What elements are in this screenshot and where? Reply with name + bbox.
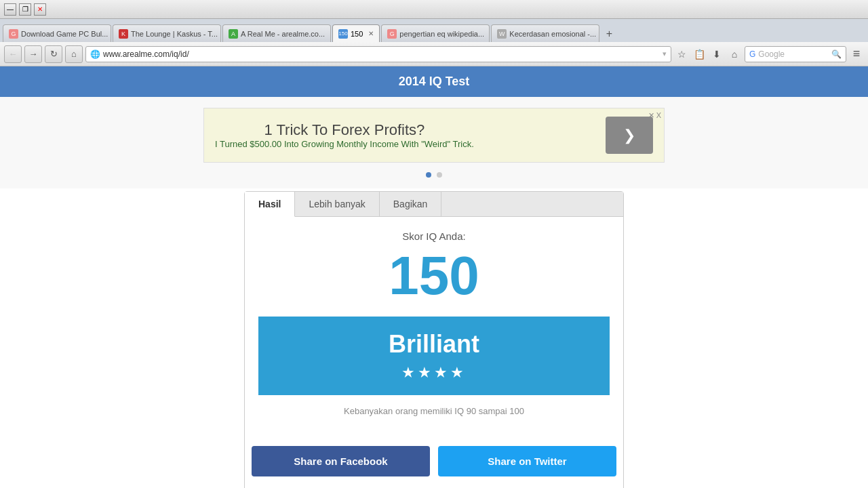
menu-button[interactable]: ≡ xyxy=(849,47,864,62)
tab-5[interactable]: G pengertian eq wikipedia... ✕ xyxy=(381,24,490,42)
ad-dot-1[interactable] xyxy=(426,172,431,178)
site-header: 2014 IQ Test xyxy=(0,66,868,97)
ad-dots xyxy=(0,168,868,180)
tab-label-5: pengertian eq wikipedia... xyxy=(399,30,484,38)
result-description: Kebanyakan orang memiliki IQ 90 sampai 1… xyxy=(258,406,610,416)
tab-favicon-1: G xyxy=(9,29,18,39)
main-card: Hasil Lebih banyak Bagikan Skor IQ Anda:… xyxy=(244,191,624,488)
ad-title: 1 Trick To Forex Profits? xyxy=(215,121,474,139)
back-button[interactable]: ← xyxy=(4,45,22,63)
result-title: Brilliant xyxy=(272,330,596,359)
bookmark-star-button[interactable]: ☆ xyxy=(674,47,689,62)
maximize-button[interactable]: ❐ xyxy=(19,3,31,16)
download-button[interactable]: ⬇ xyxy=(709,47,724,62)
address-text: www.arealme.com/iq/id/ xyxy=(103,49,663,59)
tab-lebih-banyak[interactable]: Lebih banyak xyxy=(295,192,379,216)
card-body: Skor IQ Anda: 150 Brilliant ★★★★ Kebanya… xyxy=(245,217,623,446)
share-twitter-button[interactable]: Share on Twitter xyxy=(438,446,616,476)
refresh-button[interactable]: ↻ xyxy=(45,45,62,63)
card-tabs: Hasil Lebih banyak Bagikan xyxy=(245,192,623,217)
site-header-title: 2014 IQ Test xyxy=(399,75,470,88)
search-icon: 🔍 xyxy=(831,49,842,59)
tab-1[interactable]: G Download Game PC Bul... ✕ xyxy=(3,24,111,42)
tab-favicon-3: A xyxy=(229,29,238,39)
tab-favicon-6: W xyxy=(497,29,507,39)
address-bar[interactable]: 🌐 www.arealme.com/iq/id/ ▾ xyxy=(85,46,671,62)
search-engine-icon: G xyxy=(749,49,755,59)
tab-label-2: The Lounge | Kaskus - T... xyxy=(131,30,218,38)
result-stars: ★★★★ xyxy=(272,364,596,382)
ad-cta-button[interactable]: ❯ xyxy=(606,117,653,154)
search-bar[interactable]: G Google 🔍 xyxy=(745,46,846,62)
page-content: 2014 IQ Test 1 Trick To Forex Profits? I… xyxy=(0,66,868,488)
tab-favicon-4: 150 xyxy=(338,29,348,39)
score-label: Skor IQ Anda: xyxy=(258,230,610,242)
share-buttons: Share on Facebook Share on Twitter xyxy=(245,446,623,488)
ad-close-button[interactable]: ✕ X xyxy=(648,111,661,120)
browser-chrome: — ❐ ✕ G Download Game PC Bul... ✕ K The … xyxy=(0,0,868,66)
score-number: 150 xyxy=(258,249,610,303)
tab-close-4[interactable]: ✕ xyxy=(368,30,374,37)
address-icon: 🌐 xyxy=(90,49,100,59)
home-button[interactable]: ⌂ xyxy=(65,45,83,63)
tab-bar: G Download Game PC Bul... ✕ K The Lounge… xyxy=(0,19,868,42)
ad-banner: 1 Trick To Forex Profits? I Turned $500.… xyxy=(203,108,665,163)
tab-label-1: Download Game PC Bul... xyxy=(21,30,108,38)
nav-icons-right: ☆ 📋 ⬇ ⌂ xyxy=(674,47,742,62)
tab-label-6: Kecerdasan emosional -... xyxy=(509,30,596,38)
tab-favicon-2: K xyxy=(119,29,128,39)
result-banner: Brilliant ★★★★ xyxy=(258,317,610,395)
tab-2[interactable]: K The Lounge | Kaskus - T... ✕ xyxy=(113,24,221,42)
tab-3[interactable]: A A Real Me - arealme.co... ✕ xyxy=(222,24,331,42)
minimize-button[interactable]: — xyxy=(4,3,16,16)
title-bar-left: — ❐ ✕ xyxy=(4,3,46,16)
new-tab-button[interactable]: + xyxy=(601,26,617,42)
home-nav-button[interactable]: ⌂ xyxy=(727,47,742,62)
close-button[interactable]: ✕ xyxy=(34,3,46,16)
tab-label-3: A Real Me - arealme.co... xyxy=(241,30,325,38)
tab-label-4: 150 xyxy=(351,30,363,38)
ad-dot-2[interactable] xyxy=(437,172,442,178)
tab-bagikan[interactable]: Bagikan xyxy=(380,192,442,216)
ad-text: 1 Trick To Forex Profits? I Turned $500.… xyxy=(215,121,474,149)
search-placeholder: Google xyxy=(758,49,785,59)
card-tab-spacer xyxy=(441,192,623,216)
tab-6[interactable]: W Kecerdasan emosional -... ✕ xyxy=(491,24,599,42)
ad-subtitle: I Turned $500.00 Into Growing Monthly In… xyxy=(215,139,474,149)
tab-hasil[interactable]: Hasil xyxy=(245,192,295,217)
forward-button[interactable]: → xyxy=(24,45,42,63)
ssl-icon: ▾ xyxy=(663,49,667,58)
bookmark-list-button[interactable]: 📋 xyxy=(692,47,707,62)
nav-bar: ← → ↻ ⌂ 🌐 www.arealme.com/iq/id/ ▾ ☆ 📋 ⬇… xyxy=(0,42,868,66)
tab-4[interactable]: 150 150 ✕ xyxy=(332,24,380,42)
title-bar: — ❐ ✕ xyxy=(0,0,868,19)
tab-favicon-5: G xyxy=(387,29,397,39)
tab-close-3[interactable]: ✕ xyxy=(330,30,331,37)
share-facebook-button[interactable]: Share on Facebook xyxy=(252,446,430,476)
